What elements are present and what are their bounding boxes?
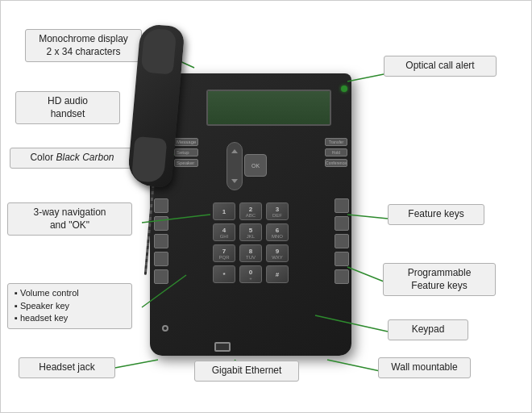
phone-graphic: Message Setup Speaker OK Transfer Hold C… bbox=[134, 25, 368, 380]
keypad-row-1: 1 2ABC 3DEF bbox=[174, 202, 327, 220]
keypad-row-4: * 0+ # bbox=[174, 265, 327, 283]
headset-jack-label: Headset jack bbox=[19, 357, 115, 378]
key-star: * bbox=[213, 265, 235, 283]
keypad-area: 1 2ABC 3DEF 4GHI 5JKL 6MNO 7PQR 8TUV 9WX… bbox=[174, 202, 327, 286]
prog-key-4 bbox=[335, 252, 349, 266]
key-1: 1 bbox=[213, 202, 235, 220]
small-buttons: Message Setup Speaker bbox=[174, 138, 198, 167]
phone-screen bbox=[206, 90, 331, 126]
volume-key-2 bbox=[154, 216, 168, 231]
handset-top bbox=[141, 27, 177, 74]
hd-audio-label: HD audio handset bbox=[15, 91, 120, 124]
color-label: Color Black Carbon bbox=[10, 148, 135, 169]
led-indicator bbox=[341, 86, 347, 92]
key-0: 0+ bbox=[239, 265, 262, 283]
speaker-key bbox=[154, 234, 168, 248]
volume-key bbox=[154, 198, 168, 213]
prog-key-2 bbox=[335, 216, 349, 231]
key-9: 9WXY bbox=[266, 244, 289, 262]
keypad-row-2: 4GHI 5JKL 6MNO bbox=[174, 223, 327, 241]
headset-jack-port bbox=[162, 325, 168, 332]
key-8: 8TUV bbox=[239, 244, 262, 262]
headset-key bbox=[154, 252, 168, 266]
key-7: 7PQR bbox=[213, 244, 235, 262]
nav-ok: OK bbox=[244, 154, 267, 177]
optical-call-alert-label: Optical call alert bbox=[384, 56, 497, 77]
keypad-row-3: 7PQR 8TUV 9WXY bbox=[174, 244, 327, 262]
mute-key bbox=[154, 269, 168, 284]
programmable-keys bbox=[335, 198, 349, 284]
key-5: 5JKL bbox=[239, 223, 262, 241]
nav-label: 3-way navigation and "OK" bbox=[7, 202, 132, 236]
color-text: Color bbox=[30, 152, 53, 163]
handset-bottom bbox=[131, 136, 168, 183]
gigabit-ethernet-label: Gigabit Ethernet bbox=[194, 361, 299, 382]
key-3: 3DEF bbox=[266, 202, 289, 220]
ethernet-port bbox=[214, 342, 231, 352]
prog-key-5 bbox=[335, 269, 349, 284]
nav-up-down bbox=[227, 142, 243, 190]
prog-key-1 bbox=[335, 198, 349, 213]
feature-keys-label: Feature keys bbox=[388, 204, 484, 225]
feature-keys-right: Transfer Hold Conference bbox=[325, 138, 347, 167]
color-italic-text: Black Carbon bbox=[56, 152, 114, 163]
wall-mountable-label: Wall mountable bbox=[378, 357, 471, 378]
programmable-keys-label: Programmable Feature keys bbox=[383, 263, 496, 296]
key-hash: # bbox=[266, 265, 289, 283]
key-2: 2ABC bbox=[239, 202, 262, 220]
key-6: 6MNO bbox=[266, 223, 289, 241]
nav-cluster: OK bbox=[202, 142, 267, 190]
key-4: 4GHI bbox=[213, 223, 235, 241]
keypad-label: Keypad bbox=[388, 319, 468, 340]
left-side-keys bbox=[154, 198, 168, 284]
volume-label: ▪ Volume control ▪ Speaker key ▪ headset… bbox=[7, 283, 132, 329]
prog-key-3 bbox=[335, 234, 349, 248]
monochrome-display-label: Monochrome display 2 x 34 characters bbox=[25, 29, 142, 62]
phone-body: Message Setup Speaker OK Transfer Hold C… bbox=[150, 73, 351, 356]
